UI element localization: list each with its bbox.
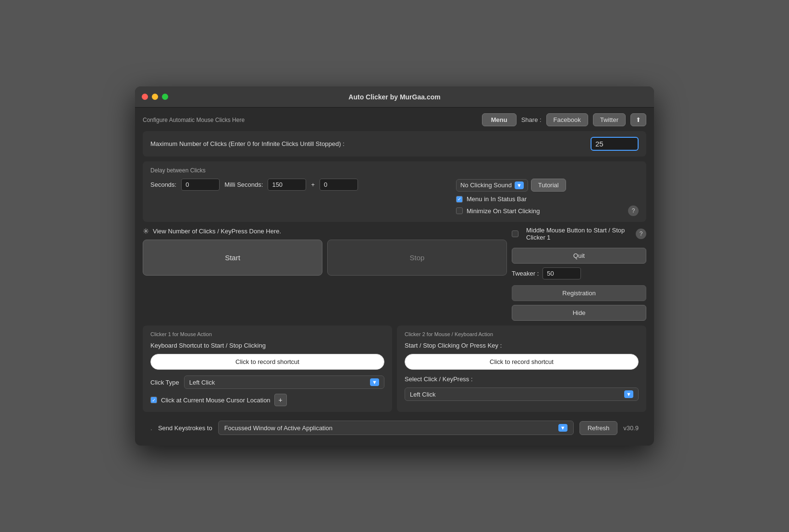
facebook-button[interactable]: Facebook: [546, 113, 588, 126]
maximize-button[interactable]: [162, 94, 168, 100]
max-clicks-label: Maximum Number of Clicks (Enter 0 for In…: [150, 140, 586, 147]
share-icon-button[interactable]: ⬆: [630, 113, 646, 126]
start-button[interactable]: Start: [143, 240, 322, 276]
menu-status-bar-checkbox[interactable]: ✓: [456, 196, 463, 203]
twitter-button[interactable]: Twitter: [593, 113, 626, 126]
menu-status-bar-label: Menu in In Status Bar: [467, 195, 527, 203]
quit-button[interactable]: Quit: [512, 248, 646, 264]
traffic-lights: [142, 94, 168, 100]
tweaker-input[interactable]: [542, 267, 581, 279]
middle-right: Middle Mouse Button to Start / Stop Clic…: [512, 227, 646, 321]
clicker2-panel: Clicker 2 for Mouse / Keyboard Action St…: [397, 326, 646, 412]
clicker2-title: Clicker 2 for Mouse / Keyboard Action: [405, 331, 639, 337]
share-label: Share :: [521, 116, 542, 123]
titlebar: Auto Clicker by MurGaa.com: [135, 86, 654, 108]
delay-sound-row: Seconds: Milli Seconds: + No Clicking So…: [150, 179, 639, 216]
delay-title: Delay between Clicks: [150, 167, 639, 174]
window-title: Auto Clicker by MurGaa.com: [348, 93, 440, 101]
registration-button[interactable]: Registration: [512, 285, 646, 301]
minimize-button[interactable]: [152, 94, 158, 100]
extra-ms-input[interactable]: [320, 179, 358, 191]
clicker1-dropdown-arrow: ▼: [370, 378, 379, 386]
clicker1-panel: Clicker 1 for Mouse Action Keyboard Shor…: [143, 326, 392, 412]
menu-button[interactable]: Menu: [482, 113, 517, 126]
plus-label: +: [311, 181, 315, 188]
config-label: Configure Automatic Mouse Clicks Here: [143, 117, 477, 123]
max-clicks-row: Maximum Number of Clicks (Enter 0 for In…: [150, 137, 639, 151]
clicker1-location-label: Click at Current Mouse Cursor Location: [161, 397, 271, 404]
middle-mouse-question-button[interactable]: ?: [636, 229, 646, 239]
delay-section: Delay between Clicks Seconds: Milli Seco…: [143, 161, 646, 222]
seconds-input[interactable]: [181, 179, 220, 191]
delay-controls: Seconds: Milli Seconds: +: [150, 179, 451, 191]
clicker2-start-stop-label: Start / Stop Clicking Or Press Key :: [405, 342, 639, 349]
start-stop-row: Start Stop: [143, 240, 507, 276]
refresh-button[interactable]: Refresh: [579, 421, 618, 435]
clicker2-record-button[interactable]: Click to record shortcut: [405, 354, 639, 370]
bottom-bar: . Send Keystrokes to Focussed Window of …: [143, 417, 646, 439]
view-clicks-row: ✳ View Number of Clicks / KeyPress Done …: [143, 227, 507, 236]
clicker2-select-click-label: Select Click / KeyPress :: [405, 375, 639, 383]
clicker1-click-type-row: Click Type Left Click ▼: [150, 375, 384, 389]
clicker1-click-type-select[interactable]: Left Click ▼: [184, 375, 384, 389]
keystroke-dropdown-arrow: ▼: [558, 424, 567, 432]
clicker2-click-type-select[interactable]: Left Click ▼: [405, 387, 639, 401]
keystroke-value: Focussed Window of Active Application: [224, 424, 333, 432]
main-window: Auto Clicker by MurGaa.com Configure Aut…: [135, 86, 654, 446]
clicker1-record-button[interactable]: Click to record shortcut: [150, 354, 384, 370]
minimize-start-label: Minimize On Start Clicking: [467, 207, 540, 215]
clicker1-shortcut-label: Keyboard Shortcut to Start / Stop Clicki…: [150, 342, 384, 349]
tweaker-label: Tweaker :: [512, 270, 539, 277]
clicker2-click-type-value: Left Click: [410, 391, 435, 398]
tweaker-row: Tweaker :: [512, 267, 646, 279]
middle-section: ✳ View Number of Clicks / KeyPress Done …: [143, 227, 646, 321]
menu-status-bar-row: ✓ Menu in In Status Bar: [456, 195, 639, 203]
sound-label: No Clicking Sound: [460, 181, 512, 189]
tutorial-button[interactable]: Tutorial: [531, 179, 566, 192]
sound-dropdown[interactable]: No Clicking Sound ▼: [456, 179, 528, 192]
send-keystrokes-label: Send Keystrokes to: [158, 424, 212, 432]
minimize-start-checkbox[interactable]: [456, 207, 463, 214]
bottom-dot: .: [150, 424, 152, 432]
stop-button[interactable]: Stop: [327, 240, 507, 276]
minimize-start-row: Minimize On Start Clicking: [456, 207, 624, 215]
middle-mouse-checkbox[interactable]: [512, 230, 518, 237]
top-bar: Configure Automatic Mouse Clicks Here Me…: [143, 113, 646, 126]
middle-left: ✳ View Number of Clicks / KeyPress Done …: [143, 227, 507, 276]
ms-input[interactable]: [268, 179, 306, 191]
sound-dropdown-arrow: ▼: [515, 181, 524, 189]
view-clicks-label: View Number of Clicks / KeyPress Done He…: [153, 228, 281, 235]
middle-mouse-label: Middle Mouse Button to Start / Stop Clic…: [526, 227, 632, 241]
no-sound-row: No Clicking Sound ▼ Tutorial: [456, 179, 639, 192]
clicker1-title: Clicker 1 for Mouse Action: [150, 331, 384, 337]
keystroke-select[interactable]: Focussed Window of Active Application ▼: [218, 421, 574, 435]
clicker1-click-type-value: Left Click: [189, 379, 215, 386]
middle-mouse-row: Middle Mouse Button to Start / Stop Clic…: [512, 227, 632, 241]
clicker2-dropdown-arrow: ▼: [624, 390, 633, 398]
close-button[interactable]: [142, 94, 148, 100]
spinner-icon: ✳: [143, 227, 149, 236]
seconds-label: Seconds:: [150, 181, 176, 188]
clicker1-click-type-label: Click Type: [150, 379, 179, 386]
clickers-row: Clicker 1 for Mouse Action Keyboard Shor…: [143, 326, 646, 412]
delay-options: No Clicking Sound ▼ Tutorial ✓ Menu in I…: [456, 179, 639, 216]
clicker1-location-row: ✓ Click at Current Mouse Cursor Location…: [150, 394, 384, 406]
ms-label: Milli Seconds:: [224, 181, 263, 188]
delay-row: Seconds: Milli Seconds: +: [150, 179, 451, 191]
max-clicks-panel: Maximum Number of Clicks (Enter 0 for In…: [143, 131, 646, 157]
minimize-question-button[interactable]: ?: [628, 206, 639, 216]
version-label: v30.9: [623, 424, 639, 432]
clicker1-location-checkbox[interactable]: ✓: [150, 397, 157, 403]
max-clicks-input[interactable]: 25: [591, 137, 639, 151]
content-area: Configure Automatic Mouse Clicks Here Me…: [135, 108, 654, 446]
hide-button[interactable]: Hide: [512, 305, 646, 321]
clicker1-location-plus-button[interactable]: +: [274, 394, 287, 406]
